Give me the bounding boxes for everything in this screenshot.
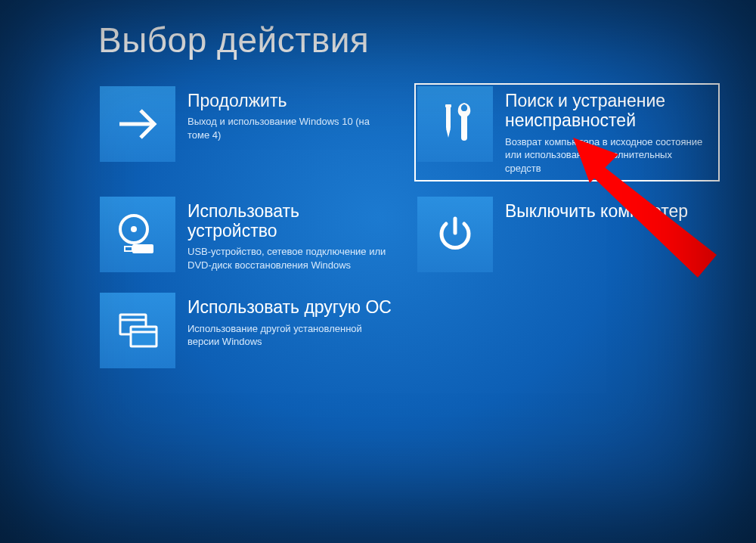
tile-text: Поиск и устранение неисправностей Возвра… <box>493 86 717 178</box>
tile-label: Выключить компьютер <box>505 201 709 221</box>
tile-continue[interactable]: Продолжить Выход и использование Windows… <box>98 85 401 163</box>
tools-icon <box>417 86 493 162</box>
choose-action-screen: Выбор действия Продолжить Выход и исполь… <box>0 0 756 543</box>
tiles-grid: Продолжить Выход и использование Windows… <box>98 85 756 370</box>
tile-use-other-os[interactable]: Использовать другую ОС Использование дру… <box>98 291 401 370</box>
tile-desc: Возврат компьютера в исходное состояние … <box>505 135 709 175</box>
tile-text: Использовать другую ОС Использование дру… <box>175 293 399 352</box>
tile-desc: Выход и использование Windows 10 (на том… <box>187 115 392 141</box>
disc-usb-icon <box>100 197 175 272</box>
svg-rect-1 <box>446 106 451 129</box>
tile-desc: Использование другой установленной верси… <box>187 322 392 349</box>
tile-label: Продолжить <box>187 91 392 110</box>
tile-text: Продолжить Выход и использование Windows… <box>175 86 399 145</box>
tile-turn-off[interactable]: Выключить компьютер <box>416 195 718 274</box>
power-icon <box>417 197 493 272</box>
page-title: Выбор действия <box>98 20 756 61</box>
svg-rect-12 <box>131 327 156 346</box>
svg-rect-9 <box>150 247 152 248</box>
svg-rect-6 <box>132 244 153 253</box>
windows-stack-icon <box>100 293 175 368</box>
tile-troubleshoot[interactable]: Поиск и устранение неисправностей Возвра… <box>416 85 718 180</box>
tile-text: Использовать устройство USB-устройство, … <box>175 197 399 275</box>
tile-use-device[interactable]: Использовать устройство USB-устройство, … <box>98 195 401 277</box>
tile-label: Использовать другую ОС <box>187 297 392 317</box>
tile-desc: USB-устройство, сетевое подключение или … <box>187 245 392 272</box>
svg-point-5 <box>131 226 137 232</box>
arrow-right-icon <box>100 86 175 162</box>
tile-text: Выключить компьютер <box>493 197 717 228</box>
svg-marker-2 <box>446 129 451 138</box>
tile-label: Поиск и устранение неисправностей <box>505 91 709 131</box>
svg-rect-3 <box>445 104 451 107</box>
tile-label: Использовать устройство <box>187 201 392 241</box>
svg-rect-8 <box>146 247 148 248</box>
svg-rect-7 <box>125 247 132 251</box>
